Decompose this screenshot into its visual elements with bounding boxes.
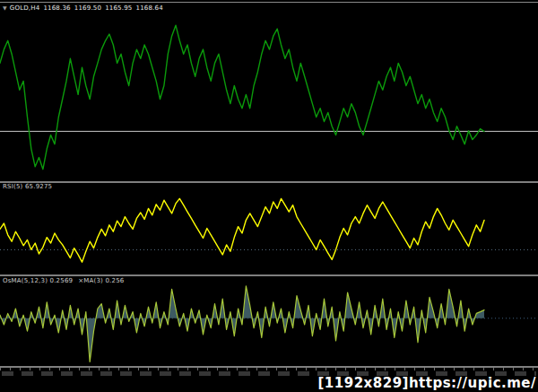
chart-window: ▼GOLD,H41168.361169.501165.951168.64 RSI… [0,0,538,392]
chevron-down-icon: ▼ [3,4,7,11]
rsi-indicator-label: RSI(5) 65.9275 [3,183,52,190]
ohlc-low: 1165.95 [105,4,132,12]
osma-indicator-pane[interactable] [0,284,538,365]
osma-indicator-label: OsMA(5,12,3) 0.2569×MA(3) 0.256 [3,277,125,284]
time-axis-ticks [0,368,538,370]
chart-title-bar: ▼GOLD,H41168.361169.501165.951168.64 [3,4,167,12]
price-chart-pane[interactable] [0,13,538,176]
osma-label-text: OsMA(5,12,3) 0.2569 [3,277,73,284]
price-line-series [0,25,484,170]
ohlc-high: 1169.50 [74,4,101,12]
ohlc-open: 1168.36 [43,4,70,12]
osma-signal-label-text: ×MA(3) 0.256 [78,277,124,284]
ohlc-close: 1168.64 [135,4,162,12]
pane-separator-1[interactable] [0,181,538,183]
symbol-label: GOLD,H4 [10,4,40,12]
pane-separator-2[interactable] [0,274,538,276]
window-top-border [0,2,538,3]
rsi-label-text: RSI(5) 65.9275 [3,183,52,190]
rsi-indicator-pane[interactable] [0,192,538,274]
watermark-text: [1192x829]https://upic.me/ [317,375,536,391]
rsi-line-series [0,198,484,262]
osma-signal-line [0,286,484,362]
